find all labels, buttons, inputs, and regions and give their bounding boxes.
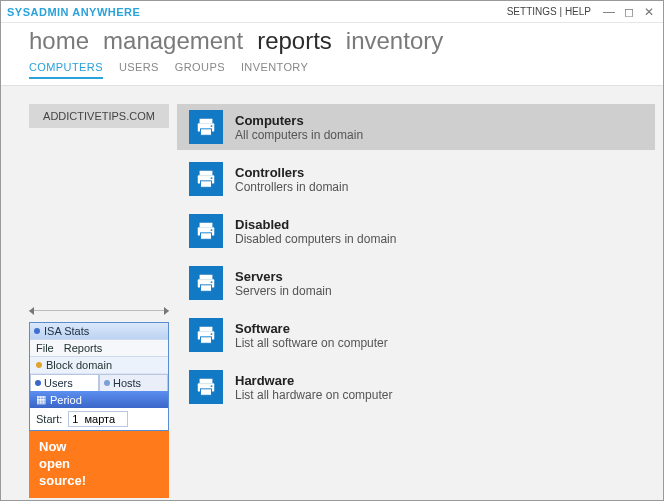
winlet-period[interactable]: ▦ Period xyxy=(30,391,168,408)
help-link[interactable]: HELP xyxy=(565,6,591,17)
report-desc: All computers in domain xyxy=(235,128,363,142)
svg-point-3 xyxy=(211,125,213,127)
report-text: ControllersControllers in domain xyxy=(235,165,348,194)
close-button[interactable]: ✕ xyxy=(641,5,657,19)
domain-tag[interactable]: ADDICTIVETIPS.COM xyxy=(29,104,169,128)
svg-rect-16 xyxy=(200,327,213,332)
app-icon xyxy=(34,328,40,334)
svg-rect-10 xyxy=(201,233,212,239)
scroll-hint xyxy=(29,310,169,318)
svg-rect-4 xyxy=(200,171,213,176)
title-bar: SYSADMIN ANYWHERE SETTINGS | HELP — ◻ ✕ xyxy=(1,1,663,23)
winlet-title: ISA Stats xyxy=(30,323,168,339)
winlet-menu-file[interactable]: File xyxy=(36,342,54,354)
printer-icon xyxy=(189,214,223,248)
report-text: SoftwareList all software on computer xyxy=(235,321,388,350)
block-icon xyxy=(36,362,42,368)
hosts-icon xyxy=(104,380,110,386)
printer-icon xyxy=(189,318,223,352)
report-row-computers[interactable]: ComputersAll computers in domain xyxy=(177,104,655,150)
report-title: Disabled xyxy=(235,217,396,232)
winlet-period-label: Period xyxy=(50,394,82,406)
report-desc: Disabled computers in domain xyxy=(235,232,396,246)
printer-icon xyxy=(189,370,223,404)
promo-winlet: ISA Stats File Reports Block domain User… xyxy=(29,322,169,431)
app-title: SYSADMIN ANYWHERE xyxy=(7,6,140,18)
promo-block: ISA Stats File Reports Block domain User… xyxy=(29,310,169,498)
report-title: Computers xyxy=(235,113,363,128)
tab-groups[interactable]: GROUPS xyxy=(175,61,225,79)
report-row-disabled[interactable]: DisabledDisabled computers in domain xyxy=(177,208,655,254)
report-title: Software xyxy=(235,321,388,336)
report-title: Controllers xyxy=(235,165,348,180)
svg-rect-0 xyxy=(200,119,213,124)
users-icon xyxy=(35,380,41,386)
winlet-tab-hosts[interactable]: Hosts xyxy=(99,374,168,391)
svg-rect-12 xyxy=(200,275,213,280)
winlet-tab-hosts-label: Hosts xyxy=(113,377,141,389)
report-text: ComputersAll computers in domain xyxy=(235,113,363,142)
sub-nav: COMPUTERS USERS GROUPS INVENTORY xyxy=(1,55,663,85)
tab-users[interactable]: USERS xyxy=(119,61,159,79)
report-title: Servers xyxy=(235,269,332,284)
svg-rect-2 xyxy=(201,129,212,135)
winlet-title-text: ISA Stats xyxy=(44,325,89,337)
report-desc: List all software on computer xyxy=(235,336,388,350)
winlet-start-input[interactable] xyxy=(68,411,128,427)
title-links: SETTINGS | HELP xyxy=(507,6,591,17)
winlet-tab-users[interactable]: Users xyxy=(30,374,99,391)
svg-point-11 xyxy=(211,229,213,231)
winlet-block-label: Block domain xyxy=(46,359,112,371)
report-row-servers[interactable]: ServersServers in domain xyxy=(177,260,655,306)
svg-rect-22 xyxy=(201,389,212,395)
tab-inventory[interactable]: INVENTORY xyxy=(241,61,308,79)
printer-icon xyxy=(189,266,223,300)
minimize-button[interactable]: — xyxy=(601,5,617,19)
banner-line2: open xyxy=(39,456,159,473)
winlet-block-domain[interactable]: Block domain xyxy=(30,357,168,374)
calendar-icon: ▦ xyxy=(36,393,46,406)
report-row-software[interactable]: SoftwareList all software on computer xyxy=(177,312,655,358)
report-title: Hardware xyxy=(235,373,392,388)
report-desc: List all hardware on computer xyxy=(235,388,392,402)
maximize-button[interactable]: ◻ xyxy=(621,5,637,19)
winlet-start-row: Start: xyxy=(30,408,168,430)
nav-reports[interactable]: reports xyxy=(257,27,332,55)
svg-rect-20 xyxy=(200,379,213,384)
report-row-controllers[interactable]: ControllersControllers in domain xyxy=(177,156,655,202)
winlet-start-label: Start: xyxy=(36,413,62,425)
tab-computers[interactable]: COMPUTERS xyxy=(29,61,103,79)
report-text: DisabledDisabled computers in domain xyxy=(235,217,396,246)
winlet-menu: File Reports xyxy=(30,339,168,357)
report-row-hardware[interactable]: HardwareList all hardware on computer xyxy=(177,364,655,410)
main-nav: home management reports inventory xyxy=(1,23,663,55)
svg-point-23 xyxy=(211,385,213,387)
content-area: ADDICTIVETIPS.COM ISA Stats File Reports… xyxy=(1,85,663,501)
banner-line3: source! xyxy=(39,473,159,490)
sidebar: ADDICTIVETIPS.COM ISA Stats File Reports… xyxy=(1,104,177,501)
svg-rect-8 xyxy=(200,223,213,228)
winlet-menu-reports[interactable]: Reports xyxy=(64,342,103,354)
svg-point-19 xyxy=(211,333,213,335)
svg-point-15 xyxy=(211,281,213,283)
report-text: ServersServers in domain xyxy=(235,269,332,298)
winlet-tab-users-label: Users xyxy=(44,377,73,389)
winlet-tabs: Users Hosts xyxy=(30,374,168,391)
nav-inventory[interactable]: inventory xyxy=(346,27,443,55)
report-desc: Controllers in domain xyxy=(235,180,348,194)
svg-rect-18 xyxy=(201,337,212,343)
promo-banner[interactable]: Now open source! xyxy=(29,431,169,498)
settings-link[interactable]: SETTINGS xyxy=(507,6,557,17)
svg-point-7 xyxy=(211,177,213,179)
printer-icon xyxy=(189,110,223,144)
nav-home[interactable]: home xyxy=(29,27,89,55)
nav-management[interactable]: management xyxy=(103,27,243,55)
report-text: HardwareList all hardware on computer xyxy=(235,373,392,402)
printer-icon xyxy=(189,162,223,196)
report-desc: Servers in domain xyxy=(235,284,332,298)
banner-line1: Now xyxy=(39,439,159,456)
svg-rect-6 xyxy=(201,181,212,187)
reports-list: ComputersAll computers in domainControll… xyxy=(177,104,663,501)
svg-rect-14 xyxy=(201,285,212,291)
